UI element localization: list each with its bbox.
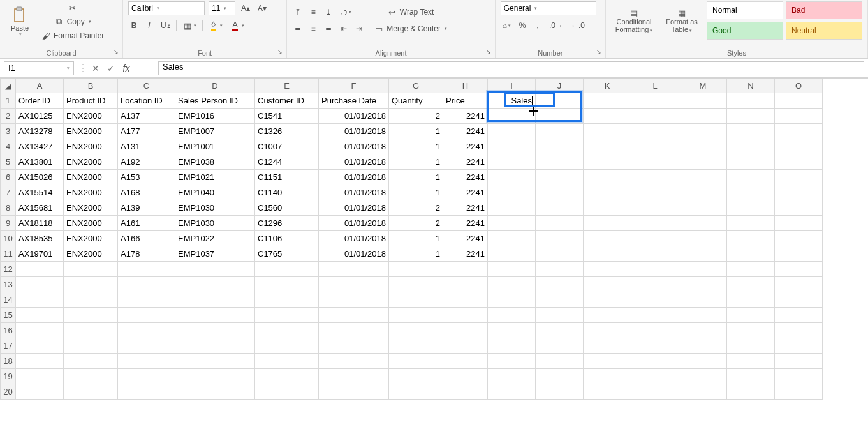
cell[interactable]: C1541 [255, 109, 319, 124]
cell[interactable]: 1 [389, 231, 443, 246]
cell[interactable]: C1140 [255, 185, 319, 200]
align-top-button[interactable]: ⤒ [292, 6, 304, 19]
cell[interactable] [16, 338, 64, 354]
cell[interactable] [255, 384, 319, 400]
cell[interactable] [536, 170, 584, 185]
paste-button[interactable]: Paste ▾ [5, 3, 34, 41]
cell[interactable]: EMP1038 [175, 154, 255, 170]
cell-style-good[interactable]: Good [707, 22, 783, 40]
cell[interactable] [118, 308, 175, 323]
spreadsheet-grid[interactable]: ◢ABCDEFGHIJKLMNO1Order IDProduct IDLocat… [0, 78, 868, 410]
row-header[interactable]: 6 [1, 170, 16, 185]
cell[interactable] [536, 369, 584, 384]
copy-button[interactable]: ⧉Copy▾ [38, 15, 107, 28]
cell[interactable] [679, 369, 727, 384]
column-header[interactable]: J [536, 79, 584, 93]
cell[interactable] [319, 354, 389, 369]
cell[interactable]: 1 [389, 170, 443, 185]
cell[interactable] [679, 308, 727, 323]
cell[interactable] [584, 170, 631, 185]
cell[interactable]: ENX2000 [64, 139, 118, 154]
increase-font-button[interactable]: A▴ [239, 2, 252, 15]
cell[interactable] [443, 277, 488, 292]
cell[interactable] [775, 277, 823, 292]
cell[interactable]: A192 [118, 154, 175, 170]
cell[interactable] [727, 369, 775, 384]
cell[interactable] [584, 323, 631, 338]
cell[interactable] [679, 231, 727, 246]
cell[interactable] [536, 308, 584, 323]
cell[interactable] [679, 124, 727, 139]
cell[interactable] [727, 246, 775, 262]
cancel-button[interactable]: ✕ [88, 61, 103, 75]
cell[interactable] [488, 246, 536, 262]
cell[interactable] [631, 277, 679, 292]
cell[interactable] [118, 354, 175, 369]
row-header[interactable]: 20 [1, 384, 16, 400]
cell[interactable] [118, 292, 175, 308]
cell[interactable]: A161 [118, 216, 175, 231]
cell[interactable] [64, 354, 118, 369]
cell[interactable] [118, 262, 175, 277]
cell[interactable]: AX13801 [16, 154, 64, 170]
cell[interactable]: AX13278 [16, 124, 64, 139]
merge-center-button[interactable]: ▭Merge & Center▾ [371, 22, 450, 35]
orientation-button[interactable]: ⭯▾ [338, 6, 353, 19]
cell[interactable] [488, 200, 536, 216]
cell[interactable] [584, 308, 631, 323]
column-header[interactable]: G [389, 79, 443, 93]
number-format-combo[interactable]: General▾ [501, 1, 596, 15]
cell[interactable]: EMP1030 [175, 200, 255, 216]
cell[interactable]: 2241 [443, 216, 488, 231]
row-header[interactable]: 1 [1, 93, 16, 109]
cell[interactable] [631, 246, 679, 262]
cell[interactable] [319, 262, 389, 277]
cell[interactable]: A178 [118, 246, 175, 262]
cell[interactable] [584, 200, 631, 216]
cell[interactable] [488, 170, 536, 185]
cell[interactable] [488, 109, 536, 124]
cell[interactable] [584, 262, 631, 277]
column-header[interactable]: I [488, 79, 536, 93]
cell[interactable]: AX15026 [16, 170, 64, 185]
cell[interactable]: C1244 [255, 154, 319, 170]
cell[interactable]: C1007 [255, 139, 319, 154]
cell[interactable] [175, 308, 255, 323]
cell[interactable] [679, 354, 727, 369]
cell[interactable] [631, 384, 679, 400]
cell[interactable] [775, 354, 823, 369]
cell[interactable] [679, 292, 727, 308]
cell[interactable] [727, 338, 775, 354]
cell[interactable] [679, 246, 727, 262]
cell[interactable] [679, 216, 727, 231]
column-header[interactable]: E [255, 79, 319, 93]
column-header[interactable]: L [631, 79, 679, 93]
column-header[interactable]: N [727, 79, 775, 93]
cell[interactable] [631, 124, 679, 139]
cell[interactable]: 01/01/2018 [319, 246, 389, 262]
cell[interactable]: AX15514 [16, 185, 64, 200]
dialog-launcher[interactable]: ↘ [112, 48, 120, 56]
cell[interactable]: C1296 [255, 216, 319, 231]
cell[interactable]: 2241 [443, 246, 488, 262]
cell[interactable] [389, 262, 443, 277]
cell[interactable] [443, 338, 488, 354]
row-header[interactable]: 19 [1, 369, 16, 384]
conditional-formatting-button[interactable]: ▤ Conditional Formatting▾ [611, 1, 657, 40]
font-size-combo[interactable]: 11▾ [209, 1, 235, 15]
cell[interactable]: 2241 [443, 124, 488, 139]
cell[interactable] [389, 384, 443, 400]
cell[interactable] [488, 277, 536, 292]
cell[interactable] [536, 323, 584, 338]
cell[interactable] [536, 231, 584, 246]
cell[interactable] [64, 262, 118, 277]
cell[interactable] [727, 277, 775, 292]
cell[interactable] [584, 216, 631, 231]
cell[interactable] [488, 323, 536, 338]
percent-button[interactable]: % [517, 19, 528, 32]
row-header[interactable]: 17 [1, 338, 16, 354]
cell[interactable] [175, 354, 255, 369]
cell[interactable] [255, 277, 319, 292]
cell[interactable] [118, 277, 175, 292]
cell[interactable] [775, 124, 823, 139]
